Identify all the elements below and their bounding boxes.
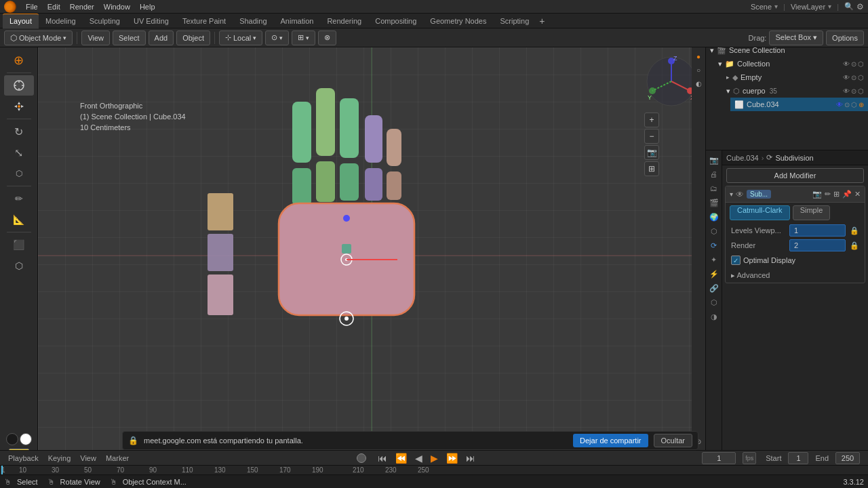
props-icon-constraints[interactable]: 🔗 — [707, 281, 721, 295]
outliner-item-empty[interactable]: ▸ ◆ Empty 👁 ⊙ ⬡ — [722, 70, 868, 84]
viewport-shading-wire[interactable]: ○ — [692, 64, 705, 76]
options-btn[interactable]: Options — [826, 30, 864, 45]
props-icon-modifiers[interactable]: ⟳ — [707, 239, 721, 252]
jump-start-btn[interactable]: ⏮ — [376, 453, 389, 464]
tab-rendering[interactable]: Rendering — [320, 14, 368, 28]
background-color[interactable] — [20, 433, 32, 445]
tab-shading[interactable]: Shading — [233, 14, 273, 28]
props-icon-output[interactable]: 🖨 — [707, 167, 721, 181]
props-icon-object[interactable]: ⬡ — [707, 224, 721, 238]
viewport-3d[interactable]: Front Orthographic (1) Scene Collection … — [38, 47, 705, 464]
modifier-cage-icon[interactable]: ⊞ — [833, 190, 840, 199]
measure-tool[interactable]: 📐 — [4, 209, 34, 230]
keying-menu[interactable]: Keying — [45, 454, 74, 462]
modifier-pin-icon[interactable]: 📌 — [842, 190, 852, 199]
outliner-item-cuerpo[interactable]: ▾ ⬡ cuerpo 35 👁 ⊙ ⬡ — [722, 84, 868, 98]
tab-uv-editing[interactable]: UV Editing — [127, 14, 176, 28]
transform-pivot[interactable]: ⊙ ▾ — [265, 30, 289, 45]
modifier-expand-icon[interactable]: ▾ — [730, 190, 733, 198]
select-tool[interactable] — [4, 96, 34, 117]
tab-scripting[interactable]: Scripting — [493, 14, 536, 28]
advanced-toggle[interactable]: ▸ Advanced — [731, 271, 770, 280]
hide-btn[interactable]: Ocultar — [654, 434, 692, 447]
viewport-shading-solid[interactable]: ● — [692, 50, 705, 62]
rotate-tool[interactable]: ↻ — [4, 121, 34, 142]
tab-layout[interactable]: Layout — [3, 14, 39, 28]
end-frame-input[interactable]: 250 — [835, 452, 860, 464]
modifier-delete-icon[interactable]: ✕ — [854, 190, 861, 199]
proportional-edit[interactable]: ⊗ — [318, 30, 336, 45]
tab-animation[interactable]: Animation — [274, 14, 321, 28]
tab-modeling[interactable]: Modeling — [39, 14, 83, 28]
menu-render[interactable]: Render — [66, 1, 98, 12]
marker-menu[interactable]: Marker — [103, 454, 132, 462]
snap-toggle[interactable]: ⊞ ▾ — [292, 30, 315, 45]
record-btn[interactable] — [357, 453, 366, 463]
lock-btn[interactable]: ⊞ — [644, 161, 659, 176]
current-frame-input[interactable]: 1 — [702, 452, 736, 464]
view-menu-timeline[interactable]: View — [77, 454, 99, 462]
add-modifier-btn[interactable]: Add Modifier — [726, 168, 864, 183]
simple-btn[interactable]: Simple — [793, 205, 831, 220]
next-keyframe-btn[interactable]: ⏩ — [444, 453, 460, 464]
start-frame-input[interactable]: 1 — [788, 452, 808, 464]
add-cube-tool[interactable]: ⬛ — [4, 235, 34, 255]
select-menu[interactable]: Select — [113, 30, 146, 45]
modifier-visibility-icon[interactable]: 👁 — [736, 190, 744, 199]
add-workspace-tab-button[interactable]: + — [536, 15, 548, 27]
props-icon-physics[interactable]: ⚡ — [707, 267, 721, 281]
outliner-item-cube034[interactable]: ⬜ Cube.034 👁 ⊙ ⬡ ⊕ — [730, 98, 868, 111]
catmull-clark-btn[interactable]: Catmull-Clark — [730, 205, 790, 220]
object-menu[interactable]: Object — [176, 30, 210, 45]
render-lock-icon[interactable]: 🔒 — [850, 241, 859, 250]
levels-viewport-value[interactable]: 1 — [789, 224, 846, 237]
tab-geometry-nodes[interactable]: Geometry Nodes — [423, 14, 493, 28]
timeline-playhead[interactable] — [1, 466, 3, 474]
blender-menu-btn[interactable]: ⊕ — [4, 50, 34, 70]
zoom-in-btn[interactable]: + — [644, 113, 659, 127]
scene-selector[interactable]: ▾ — [774, 3, 778, 10]
menu-file[interactable]: File — [22, 1, 42, 12]
props-icon-view-layer[interactable]: 🗂 — [707, 182, 721, 195]
settings-icon[interactable]: ⚙ — [856, 2, 864, 12]
jump-end-btn[interactable]: ⏭ — [464, 453, 477, 464]
props-icon-material[interactable]: ◑ — [707, 310, 721, 323]
props-icon-world[interactable]: 🌍 — [707, 210, 721, 224]
menu-edit[interactable]: Edit — [43, 1, 64, 12]
blender-logo-icon[interactable] — [4, 1, 16, 13]
select-icon[interactable]: ⊙ — [851, 60, 856, 68]
viewport-shading-rendered[interactable]: ◐ — [692, 77, 705, 89]
mode-selector[interactable]: ⬡ Object Mode ▾ — [4, 30, 73, 45]
camera-btn[interactable]: 📷 — [644, 145, 659, 160]
axis-gizmo[interactable]: Z X Y — [644, 54, 698, 108]
props-icon-particles[interactable]: ✦ — [707, 253, 721, 266]
add-cylinder-tool[interactable]: ⬡ — [4, 256, 34, 276]
tab-texture-paint[interactable]: Texture Paint — [176, 14, 233, 28]
visibility-icon[interactable]: 👁 — [843, 60, 850, 68]
transform-orientation[interactable]: ⊹ Local ▾ — [219, 30, 262, 45]
prev-keyframe-btn[interactable]: ⏪ — [393, 453, 409, 464]
menu-window[interactable]: Window — [100, 1, 134, 12]
annotate-tool[interactable]: ✏ — [4, 188, 34, 209]
optimal-display-checkbox[interactable]: ✓ — [731, 256, 741, 265]
add-menu[interactable]: Add — [149, 30, 174, 45]
cursor-tool[interactable] — [4, 75, 34, 96]
transform-tool[interactable]: ⬡ — [4, 163, 34, 184]
menu-help[interactable]: Help — [136, 1, 159, 12]
scale-tool[interactable]: ⤡ — [4, 142, 34, 163]
timeline-track[interactable]: 1 10 30 50 70 90 110 130 150 170 190 210… — [0, 466, 868, 474]
props-icon-data[interactable]: ⬡ — [707, 296, 721, 309]
render-level-value[interactable]: 2 — [789, 239, 846, 251]
playback-menu[interactable]: Playback — [5, 454, 41, 462]
tab-compositing[interactable]: Compositing — [368, 14, 423, 28]
render-icon[interactable]: ⬡ — [858, 60, 864, 68]
view-menu[interactable]: View — [81, 30, 110, 45]
zoom-out-btn[interactable]: − — [644, 129, 659, 144]
tab-sculpting[interactable]: Sculpting — [83, 14, 127, 28]
outliner-item-collection[interactable]: ▾ 📁 Collection 👁 ⊙ ⬡ — [714, 57, 868, 70]
modifier-render-icon[interactable]: 📷 — [812, 190, 822, 199]
stop-sharing-btn[interactable]: Dejar de compartir — [573, 434, 648, 447]
select-box-btn[interactable]: Select Box ▾ — [769, 30, 823, 45]
levels-viewport-lock-icon[interactable]: 🔒 — [850, 226, 859, 235]
props-icon-render[interactable]: 📷 — [707, 153, 721, 167]
